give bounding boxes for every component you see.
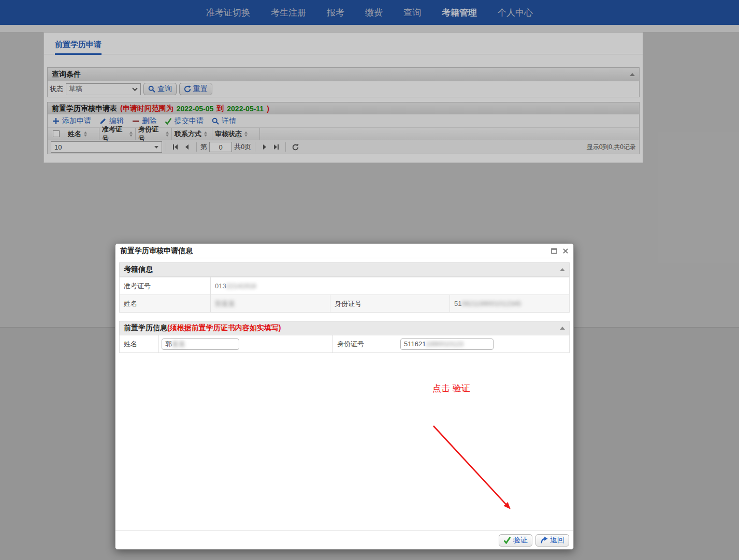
back-button-label: 返回 [550, 536, 564, 545]
name-label: 姓名 [120, 295, 211, 313]
check-icon [503, 536, 511, 544]
prior-education-section-header: 前置学历信息 (须根据前置学历证书内容如实填写) [119, 321, 570, 335]
prior-education-dialog: 前置学历审核申请信息 考籍信息 准考证号 01322141918 姓名 郭某某 [115, 243, 574, 550]
close-icon[interactable] [562, 248, 569, 254]
table-row: 姓名 郭某某 身份证号 510621199001012345 [120, 295, 570, 313]
back-arrow-icon [540, 536, 548, 544]
registry-section-title: 考籍信息 [124, 265, 153, 274]
verify-button-label: 验证 [513, 536, 528, 545]
ticket-number-masked: 22141918 [226, 282, 256, 290]
name-masked: 郭某某 [215, 300, 235, 307]
edu-id-input[interactable]: 5116211990010123 [400, 338, 494, 350]
annotation-text: 点击 验证 [432, 382, 470, 394]
name-value: 郭某某 [211, 295, 330, 313]
table-row: 准考证号 01322141918 [120, 277, 570, 295]
dialog-title: 前置学历审核申请信息 [120, 246, 193, 256]
collapse-icon[interactable] [560, 327, 565, 330]
id-number-value: 510621199001012345 [450, 295, 570, 313]
id-number-masked: 0621199001012345 [461, 300, 521, 307]
registry-table: 准考证号 01322141918 姓名 郭某某 身份证号 51062119900… [119, 277, 570, 313]
edu-id-label: 身份证号 [333, 340, 400, 349]
ticket-number-value: 01322141918 [211, 277, 570, 295]
edu-name-label: 姓名 [120, 335, 159, 352]
ticket-number-label: 准考证号 [120, 277, 211, 295]
annotation-arrow [426, 420, 519, 518]
verify-button[interactable]: 验证 [499, 534, 532, 547]
ticket-number-visible: 013 [215, 282, 226, 290]
section-spacer [119, 313, 570, 321]
prior-education-section-title: 前置学历信息 [124, 323, 167, 333]
prior-education-note: (须根据前置学历证书内容如实填写) [167, 323, 281, 333]
dialog-title-bar: 前置学历审核申请信息 [115, 244, 573, 258]
id-number-visible: 51 [454, 300, 461, 307]
edu-name-input[interactable]: 郭某某 [162, 338, 239, 350]
collapse-icon[interactable] [560, 268, 565, 271]
dialog-footer: 验证 返回 [115, 530, 573, 549]
maximize-icon[interactable] [551, 248, 557, 254]
edu-name-visible: 郭 [165, 340, 172, 349]
id-number-label: 身份证号 [330, 295, 450, 313]
prior-education-form-row: 姓名 郭某某 身份证号 5116211990010123 [119, 335, 570, 353]
edu-id-masked: 1990010123 [426, 340, 463, 348]
screen: 准考证切换 考生注册 报考 缴费 查询 考籍管理 个人中心 前置学历申请 查询条… [0, 0, 739, 560]
edu-id-visible: 511621 [404, 340, 426, 348]
edu-name-masked: 某某 [172, 340, 185, 349]
back-button[interactable]: 返回 [535, 534, 569, 547]
registry-section-header: 考籍信息 [119, 262, 570, 277]
